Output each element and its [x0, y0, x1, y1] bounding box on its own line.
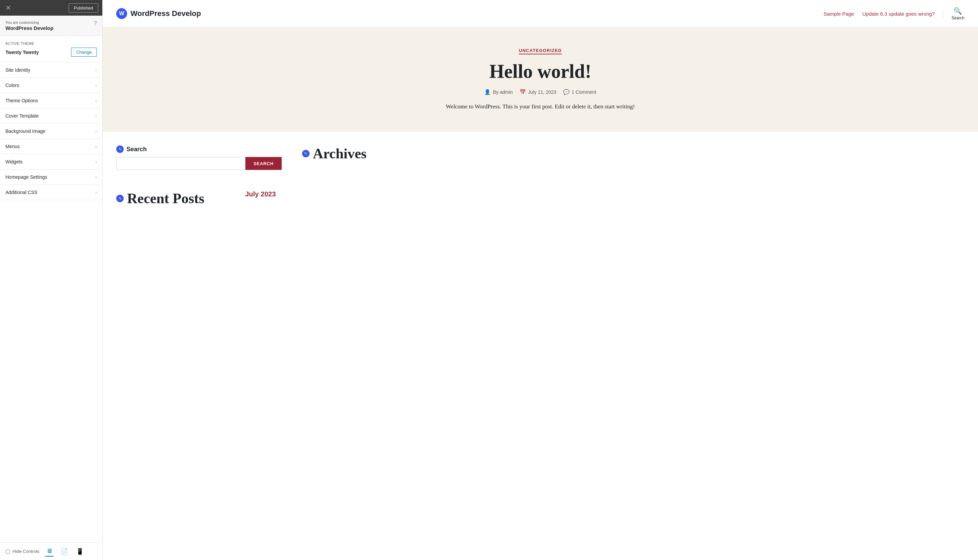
menu-item-label: Menus [5, 144, 20, 149]
preview-area: W WordPress Develop Sample Page Update 6… [103, 0, 978, 560]
search-input-row: SEARCH [116, 157, 282, 170]
menu-item-label: Background Image [5, 128, 45, 134]
menu-item-label: Additional CSS [5, 190, 37, 195]
chevron-right-icon: › [95, 174, 97, 180]
mobile-view-button[interactable]: 📱 [75, 547, 85, 557]
menu-item-label: Homepage Settings [5, 174, 47, 180]
close-button[interactable]: ✕ [4, 3, 13, 13]
archives-edit-icon[interactable]: ✎ [302, 150, 310, 157]
theme-row: Twenty Twenty Change [5, 48, 97, 57]
desktop-view-button[interactable]: 🖥 [45, 546, 54, 557]
archives-title: Archives [313, 145, 367, 162]
recent-posts-edit-icon[interactable]: ✎ [116, 195, 124, 202]
nav-area: Sample Page Update 6.3 update goes wrong… [823, 7, 965, 20]
chevron-right-icon: › [95, 83, 97, 88]
search-widget: ✎ Search SEARCH [116, 145, 282, 170]
menu-item-label: Cover Template [5, 113, 39, 118]
panel-site-name: WordPress Develop [5, 25, 53, 31]
menu-item-background-image[interactable]: Background Image› [0, 124, 102, 139]
search-widget-label: Search [127, 146, 147, 153]
post-author-meta: 👤 By admin [484, 89, 512, 95]
menu-item-site-identity[interactable]: Site Identity› [0, 63, 102, 78]
active-theme-label: Active theme [5, 42, 97, 45]
archives-list: July 2023 [245, 190, 276, 198]
author-name: admin [500, 89, 513, 95]
published-button[interactable]: Published [68, 3, 98, 13]
post-category: UNCATEGORIZED [519, 48, 562, 54]
search-label: Search [951, 16, 965, 20]
chevron-right-icon: › [95, 144, 97, 149]
post-date-meta: 📅 July 11, 2023 [520, 89, 556, 95]
bottom-row: ✎ Recent Posts July 2023 [116, 190, 965, 207]
chevron-right-icon: › [95, 113, 97, 118]
panel-footer: ◯ Hide Controls 🖥 📄 📱 [0, 542, 102, 560]
post-comments-meta: 💬 1 Comment [563, 89, 596, 95]
site-logo-area: W WordPress Develop [116, 8, 201, 19]
panel-header: ✕ Published [0, 0, 102, 16]
header-search-button[interactable]: 🔍 Search [951, 7, 965, 20]
nav-item-sample-page[interactable]: Sample Page [823, 11, 854, 17]
recent-posts-title: Recent Posts [127, 190, 204, 207]
person-icon: 👤 [484, 89, 491, 95]
menu-item-label: Colors [5, 83, 19, 88]
site-logo-icon: W [116, 8, 127, 19]
comment-icon: 💬 [563, 89, 570, 95]
chevron-right-icon: › [95, 98, 97, 103]
nav-item-update[interactable]: Update 6.3 update goes wrong? [862, 11, 935, 17]
below-hero: ✎ Search SEARCH ✎ Archives ✎ Recent Post… [103, 132, 978, 213]
menu-item-colors[interactable]: Colors› [0, 78, 102, 93]
search-widget-title-row: ✎ Search [116, 145, 282, 153]
post-meta: 👤 By admin 📅 July 11, 2023 💬 1 Comment [484, 89, 596, 95]
search-widget-edit-icon[interactable]: ✎ [116, 145, 124, 153]
customizer-panel: ✕ Published You are customizing WordPres… [0, 0, 103, 560]
hide-controls-button[interactable]: ◯ Hide Controls [5, 549, 39, 554]
menu-item-label: Site Identity [5, 67, 30, 73]
site-header: W WordPress Develop Sample Page Update 6… [103, 0, 978, 28]
chevron-right-icon: › [95, 128, 97, 134]
menu-item-theme-options[interactable]: Theme Options› [0, 93, 102, 108]
post-body: Welcome to WordPress. This is your first… [446, 102, 635, 112]
chevron-right-icon: › [95, 67, 97, 73]
hide-controls-label: Hide Controls [13, 549, 39, 554]
menu-item-homepage-settings[interactable]: Homepage Settings› [0, 170, 102, 185]
search-submit-button[interactable]: SEARCH [245, 157, 282, 170]
archives-month-label: July 2023 [245, 190, 276, 198]
site-title: WordPress Develop [130, 9, 201, 18]
menu-item-label: Widgets [5, 159, 23, 165]
comments-count: 1 Comment [571, 89, 596, 95]
panel-title-area: You are customizing WordPress Develop ? [0, 16, 102, 36]
author-label: By admin [493, 89, 512, 95]
calendar-icon: 📅 [520, 89, 526, 95]
post-date: July 11, 2023 [528, 89, 556, 95]
chevron-right-icon: › [95, 190, 97, 195]
menu-list: Site Identity›Colors›Theme Options›Cover… [0, 63, 102, 200]
post-title: Hello world! [489, 61, 591, 82]
archives-widget: ✎ Archives [302, 145, 367, 162]
menu-item-widgets[interactable]: Widgets› [0, 154, 102, 170]
search-input[interactable] [116, 157, 245, 170]
theme-name: Twenty Twenty [5, 50, 39, 55]
menu-item-menus[interactable]: Menus› [0, 139, 102, 154]
customizing-label: You are customizing [5, 20, 53, 25]
menu-item-cover-template[interactable]: Cover Template› [0, 108, 102, 124]
tablet-view-button[interactable]: 📄 [59, 547, 69, 557]
change-theme-button[interactable]: Change [71, 48, 97, 57]
menu-item-additional-css[interactable]: Additional CSS› [0, 185, 102, 200]
menu-item-label: Theme Options [5, 98, 38, 103]
active-theme-section: Active theme Twenty Twenty Change [0, 36, 102, 63]
nav-divider [943, 10, 943, 18]
recent-posts-section: ✎ Recent Posts [116, 190, 204, 207]
help-icon[interactable]: ? [94, 20, 97, 27]
search-icon: 🔍 [953, 7, 962, 15]
chevron-right-icon: › [95, 159, 97, 165]
post-hero: UNCATEGORIZED Hello world! 👤 By admin 📅 … [103, 28, 978, 132]
post-content: Welcome to WordPress. This is your first… [446, 102, 635, 112]
circle-icon: ◯ [5, 549, 10, 554]
